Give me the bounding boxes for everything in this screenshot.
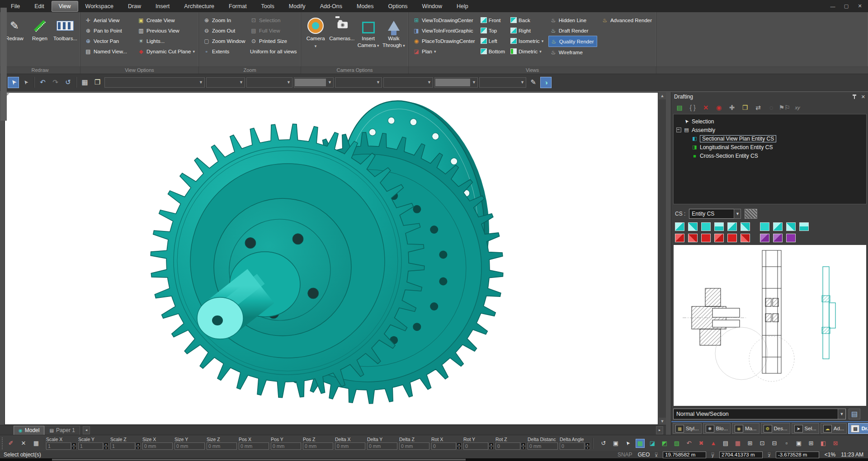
delta-z-input[interactable]: 0 mm	[399, 442, 429, 450]
sheet-scroll-right-arrow[interactable]: ▸	[656, 426, 663, 434]
scale-z-spinner[interactable]: ▲▼	[136, 442, 141, 450]
undo-button[interactable]: ↶	[37, 77, 48, 88]
pan-to-point-button[interactable]: Pan to Point	[83, 25, 133, 36]
menu-workspace[interactable]: Workspace	[78, 1, 121, 12]
scale-y-spinner[interactable]: ▲▼	[104, 442, 108, 450]
view-mode-settings-icon[interactable]: ▤	[849, 409, 860, 419]
sheet-scroll-left-arrow[interactable]: ◂	[83, 426, 90, 434]
rot-x-spinner[interactable]: ▲▼	[457, 442, 462, 450]
cs-cube-icon[interactable]	[688, 222, 698, 231]
layer-combo[interactable]: ▼	[104, 77, 205, 88]
cs-cube-icon[interactable]	[675, 234, 684, 242]
viewport-3d[interactable]	[5, 92, 658, 425]
collapse-expander-icon[interactable]	[676, 127, 681, 132]
cs-cube-icon[interactable]	[727, 234, 737, 242]
bottom-scroll-strip[interactable]	[0, 458, 868, 461]
refresh-loop-button[interactable]: ↺	[62, 77, 74, 88]
view-mode-combo[interactable]: Normal View/Section ▼	[673, 409, 846, 419]
cs-cube-icon[interactable]	[799, 222, 809, 231]
grid-snap-icon[interactable]: ⊞	[745, 439, 755, 448]
rot-z-input[interactable]: 0	[495, 442, 520, 450]
quality-render-button[interactable]: Quality Render	[548, 36, 597, 47]
select-window-mode-icon[interactable]: ▩	[636, 439, 645, 448]
menu-addons[interactable]: Add-Ons	[313, 1, 349, 12]
draft-render-button[interactable]: Draft Render	[548, 25, 597, 36]
layers-button[interactable]: ❐	[92, 77, 103, 88]
cs-cube-icon[interactable]	[701, 222, 711, 231]
scroll-down-arrow[interactable]: ▼	[659, 418, 666, 425]
move-section-icon[interactable]: ⇄	[754, 103, 763, 112]
menu-format[interactable]: Format	[222, 1, 254, 12]
pos-y-input[interactable]: 0 mm	[271, 442, 301, 450]
z-axis-checkbox[interactable]: □z	[768, 452, 770, 457]
zoom-window-button[interactable]: Zoom Window	[202, 36, 246, 46]
named-view-button[interactable]: Named View...	[83, 46, 133, 56]
tree-item-cross-section[interactable]: ■ Cross-Section Entity CS	[674, 151, 866, 160]
vector-pan-button[interactable]: Vector Pan	[83, 36, 133, 46]
view-dimetric-button[interactable]: Dimetric	[509, 46, 546, 56]
size-y-input[interactable]: 0 mm	[175, 442, 205, 450]
flags-icon[interactable]: ⚑⚐	[780, 103, 789, 112]
cs-cube-icon[interactable]	[688, 234, 698, 242]
aerial-view-button[interactable]: Aerial View	[83, 15, 133, 25]
grid-lock-icon[interactable]: ⊞	[807, 439, 816, 448]
view-to-drawing-center-button[interactable]: ViewToDrawingCenter	[411, 15, 476, 25]
maximize-button[interactable]: ▢	[840, 3, 853, 9]
cameras-button[interactable]: Cameras...	[329, 15, 354, 42]
combo-6[interactable]: ▼	[383, 77, 433, 88]
scale-y-input[interactable]: 1	[78, 442, 103, 450]
dynamic-cut-plane-button[interactable]: Dynamic Cut Plane	[136, 46, 196, 56]
delta-y-input[interactable]: 0 mm	[367, 442, 397, 450]
grid-red-icon[interactable]: ▦	[733, 439, 742, 448]
paper1-tab[interactable]: ▤Paper 1	[44, 426, 80, 435]
combo-5[interactable]: ▼	[335, 77, 382, 88]
view-top-button[interactable]: Top	[479, 25, 506, 36]
zoom-extents-button[interactable]: Extents	[202, 46, 246, 56]
tab-styles[interactable]: ▦Styl...	[673, 423, 702, 434]
delta-angle-spinner[interactable]: ▲▼	[585, 442, 590, 450]
view-left-button[interactable]: Left	[479, 36, 506, 46]
previous-view-button[interactable]: Previous View	[136, 25, 196, 36]
bottom-scroll-thumb[interactable]	[52, 459, 466, 461]
tab-drafting[interactable]: ▤Dr...	[848, 423, 868, 434]
menu-help[interactable]: Help	[449, 1, 476, 12]
create-view-button[interactable]: Create View	[136, 15, 196, 25]
camera-dropdown-arrow[interactable]	[315, 42, 317, 49]
select-crossing-mode-icon[interactable]: ◪	[648, 439, 657, 448]
rot-y-spinner[interactable]: ▲▼	[489, 442, 494, 450]
duplicate-snap-icon[interactable]: ▣	[794, 439, 803, 448]
cs-cube-icon[interactable]	[741, 222, 750, 231]
copy-section-icon[interactable]: ❐	[741, 103, 750, 112]
select-fence-mode-icon[interactable]: ◩	[660, 439, 669, 448]
view-to-in-front-graphic-button[interactable]: ViewToInFrontGraphic	[411, 25, 476, 36]
tree-item-longitudinal-section[interactable]: ◨ Longitudinal Section Entity CS	[674, 143, 866, 151]
vertical-scroll-thumb[interactable]	[0, 8, 7, 121]
rot-x-input[interactable]: 0	[431, 442, 456, 450]
menu-draw[interactable]: Draw	[121, 1, 148, 12]
command-prompt[interactable]: Select object(s)	[0, 452, 41, 458]
orbit-icon[interactable]: ↺	[599, 439, 608, 448]
camera-button[interactable]: Camera	[304, 15, 327, 49]
combo-2[interactable]: ▼	[206, 77, 245, 88]
full-view-button[interactable]: Full View	[249, 25, 298, 36]
corner-red-icon[interactable]: ◧	[819, 439, 828, 448]
cs-combo-arrow[interactable]: ▼	[734, 209, 741, 219]
style-pencil-button[interactable]: ✎	[528, 77, 539, 88]
plan-button[interactable]: Plan	[411, 46, 476, 56]
combo-8[interactable]: ▼	[479, 77, 526, 88]
delete-icon[interactable]: ✕	[701, 103, 710, 112]
tree-item-selection[interactable]: ➤ Selection	[674, 117, 866, 126]
uniform-all-views-button[interactable]: Uniform for all views	[249, 46, 298, 56]
cs-cube-icon[interactable]	[741, 234, 750, 242]
paint-properties-icon[interactable]: ✐	[6, 439, 15, 448]
cs-cube-icon[interactable]	[773, 234, 783, 242]
regen-button[interactable]: Regen	[28, 15, 52, 42]
combo-4[interactable]: ▼	[294, 77, 334, 88]
combo-3[interactable]: ▼	[246, 77, 292, 88]
zoom-selection-button[interactable]: Selection	[249, 15, 298, 25]
snap-toggle[interactable]: SNAP	[618, 452, 632, 458]
pos-z-input[interactable]: 0 mm	[303, 442, 333, 450]
clear-properties-icon[interactable]: ✕	[19, 439, 28, 448]
menu-architecture[interactable]: Architecture	[177, 1, 222, 12]
cs-cube-icon[interactable]	[773, 222, 783, 231]
